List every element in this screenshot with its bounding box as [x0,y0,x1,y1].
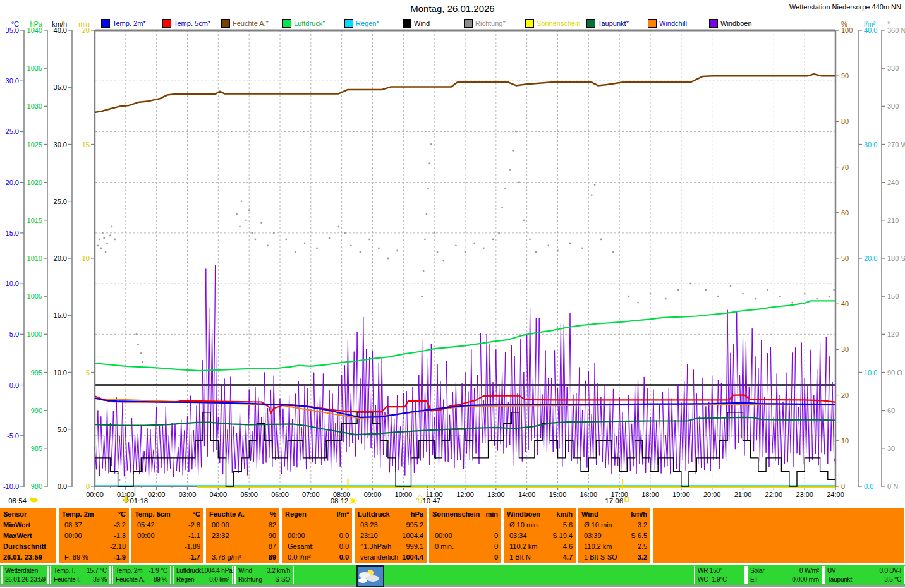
x-tick-label: 16:00 [580,491,598,498]
marker-label: 08:54 [8,497,27,505]
table-row: 110.2 km2.5 [578,541,650,552]
status-cell-innen: Temp. I.15.7 °CFeuchte I.39 % [50,566,111,584]
status-row: Temp. I.15.7 °C [51,567,109,574]
column-header: Temp. 2m°C [59,508,129,519]
table-column-temp-5cm: Temp. 5cm°C05:42-2.800:00-1.1-1.89-1.7 [131,508,203,563]
status-row: Wetterdaten [3,567,47,574]
table-column-windboeen: Windböenkm/hØ 10 min.5.603:34S 19.4110.2… [504,508,576,563]
axis-tick-label: 90 O [887,369,902,376]
table-row: -2.18 [59,541,129,552]
x-tick-label: 10:00 [395,491,413,498]
table-row: Gesamt:0.0 [282,541,352,552]
table-row: -1.7 [131,552,203,563]
table-row: veränderlich1004.4 [355,552,427,563]
table-row [282,519,352,530]
column-unit: l/m² [336,510,349,518]
table-row: 03:34S 19.4 [504,530,576,541]
x-tick-label: 09:00 [364,491,382,498]
axis-tick-label: 300 [887,102,899,110]
x-tick-label: 19:00 [672,491,690,498]
table-column-sonnenschein: Sonnenscheinmin00:0000 min.00 [429,508,501,563]
table-row: 00:00-1.1 [131,530,203,541]
axis-header-min: min [78,20,90,28]
status-row: WC -1.9°C [695,576,744,583]
table-row: F: 89 %-1.9 [59,552,129,563]
status-row: Luftdruck1004.4 hPa [174,567,232,574]
axis-tick-label: 0.0 [58,483,67,490]
table-row-label: Sensor [0,508,56,519]
status-cell-uv-taupunkt: UV0.0 UV-ITaupunkt-3.5 °C [823,566,905,584]
table-column-luftdruck: LuftdruckhPa03:23995.223:101004.4^1.3hPa… [355,508,427,563]
status-bar: Wetterdaten26.01.26 23:59Temp. I.15.7 °C… [0,565,905,587]
table-row: Ø 10 min.5.6 [504,519,576,530]
axis-tick-label: 1000 [27,330,42,338]
x-tick-label: 20:00 [703,491,721,498]
axis-tick-label: 30 [841,345,849,353]
axis-tick-label: 30.0 [54,141,67,148]
x-tick-label: 02:00 [148,491,166,498]
status-row: UV0.0 UV-I [825,567,904,574]
column-name: Luftdruck [358,510,390,518]
column-header: Windkm/h [578,508,650,519]
status-cell-aussen: Temp. 2m-1.9 °CFeuchte A.89 % [112,566,171,584]
axis-header-°: ° [887,20,890,28]
table-column-temp-2m: Temp. 2m°C08:37-3.200:00-1.3-2.18F: 89 %… [59,508,129,563]
table-row: 110.2 km4.6 [504,541,576,552]
column-unit: °C [193,510,200,518]
table-row: 3.78 g/m³89 [206,552,279,563]
table-row-label: Durchschnitt [0,541,56,552]
axis-tick-label: 10.0 [54,369,67,376]
axis-tick-label: 240 [887,179,899,186]
table-row: Ø 10 min.3.2 [578,519,650,530]
marker-label: 08:12 [331,497,349,505]
axis-tick-label: 1010 [27,255,42,262]
table-column-regen: Regenl/m²00:000.0Gesamt:0.00.0 l/m²0.0 [282,508,352,563]
table-column-labels: SensorMinWertMaxWertDurchschnitt26.01. 2… [0,508,56,563]
axis-tick-label: 5.0 [58,426,67,433]
axis-tick-label: 150 [887,292,899,300]
x-tick-label: 15:00 [549,491,567,498]
x-tick-label: 14:00 [518,491,536,498]
weather-chart: 00:0001:0002:0003:0004:0005:0006:0007:00… [0,0,905,508]
column-unit: hPa [411,510,423,518]
axis-tick-label: 10 [82,255,90,262]
table-column-filler [653,508,904,563]
status-row: WR 150° [695,567,744,574]
axis-tick-label: 0.0 [864,483,873,490]
axis-tick-label: 35.0 [54,83,67,91]
axis-tick-label: 25.0 [6,128,19,135]
table-row: 23:3290 [206,530,279,541]
axis-header-°C: °C [11,20,19,28]
axis-tick-label: 0 N [887,483,898,490]
status-cell-wetterdaten: Wetterdaten26.01.26 23:59 [1,566,49,584]
status-row: 26.01.26 23:59 [3,576,47,583]
column-header: Windböenkm/h [504,508,576,519]
axis-tick-label: 10.0 [6,280,19,287]
table-row: 05:42-2.8 [131,519,203,530]
axis-tick-label: 180 S [887,255,905,262]
status-cell-solar-et: Solar0 W/m²ET0.000 mm [746,566,823,584]
table-row-label: MinWert [0,519,56,530]
axis-tick-label: 60 [841,209,849,217]
table-row: 03:39S 6.5 [578,530,650,541]
axis-tick-label: 80 [841,117,849,125]
axis-tick-label: 0 [86,483,90,490]
axis-tick-label: -5.0 [7,432,19,440]
axis-tick-label: 20.0 [864,255,877,262]
status-row: Solar0 W/m² [748,567,822,574]
table-row: 00:00-1.3 [59,530,129,541]
axis-tick-label: 15 [82,141,90,148]
axis-header-km/h: km/h [52,20,67,28]
axis-tick-label: 1020 [27,179,42,186]
axis-tick-label: -10.0 [3,483,19,490]
status-row: Temp. 2m-1.9 °C [113,567,170,574]
column-unit: °C [118,510,126,518]
table-row: ^1.3hPa/h999.1 [355,541,427,552]
table-row [429,519,501,530]
column-name: Regen [285,510,307,518]
status-row: RichtungS-SO [236,576,293,583]
table-row: 00:0082 [206,519,279,530]
table-row: 1 Bft S-SO3.2 [578,552,650,563]
x-tick-label: 23:00 [796,491,813,498]
table-column-wind: Windkm/hØ 10 min.3.203:39S 6.5110.2 km2.… [578,508,650,563]
